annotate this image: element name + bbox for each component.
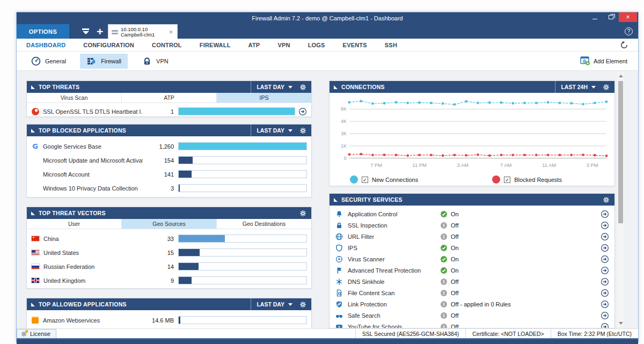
collapse-icon[interactable] — [334, 85, 338, 89]
status-on-icon — [440, 267, 448, 274]
tab-virus-scan[interactable]: Virus Scan — [27, 93, 122, 103]
table-row: United States 15 — [31, 247, 307, 258]
close-button[interactable]: × — [619, 12, 637, 22]
drilldown-arrow-icon[interactable] — [601, 232, 609, 241]
range-dropdown[interactable]: LAST 24H — [555, 81, 598, 93]
drilldown-arrow-icon[interactable] — [601, 277, 609, 286]
scroll-down-icon[interactable] — [617, 320, 624, 327]
drilldown-arrow-icon[interactable] — [298, 107, 307, 116]
tab-ips[interactable]: IPS — [217, 93, 311, 103]
gear-icon[interactable] — [299, 83, 307, 91]
gear-icon[interactable] — [602, 83, 610, 91]
menu-logs[interactable]: LOGS — [308, 42, 325, 48]
tab-firewall[interactable]: Firewall — [80, 54, 128, 69]
gear-icon[interactable] — [299, 301, 307, 309]
connection-tab[interactable]: 10.100.0.10 Campbell-clm1 × — [108, 24, 178, 39]
menu-firewall[interactable]: FIREWALL — [200, 42, 231, 48]
add-element-icon — [580, 56, 590, 65]
app-window: Firewall Admin 7.2 - demo @ Campbell-clm… — [16, 12, 639, 342]
menu-vpn[interactable]: VPN — [277, 42, 290, 48]
table-row: Microsoft Windows Store 2 — [31, 196, 307, 197]
scroll-up-icon[interactable] — [617, 72, 624, 79]
table-row: China 33 — [31, 233, 307, 244]
range-dropdown[interactable]: LAST DAY — [251, 125, 295, 136]
panel-title: TOP THREAT VECTORS — [39, 210, 295, 216]
collapse-icon[interactable] — [334, 198, 338, 202]
svg-text:3 PM: 3 PM — [587, 162, 598, 168]
menu-dashboard[interactable]: DASHBOARD — [26, 42, 65, 48]
tab-user[interactable]: User — [27, 219, 122, 229]
drilldown-arrow-icon[interactable] — [601, 289, 609, 297]
chevron-down-icon — [591, 86, 596, 89]
box-time-status: Box Time: 2:32 PM (Etc/UTC) — [551, 329, 638, 338]
status-badge: Off - applied in 0 Rules — [451, 301, 511, 308]
minimize-button[interactable] — [587, 12, 603, 22]
gear-icon[interactable] — [299, 209, 307, 217]
menu-control[interactable]: CONTROL — [152, 42, 182, 48]
threat-icon — [32, 108, 39, 115]
tab-vpn[interactable]: VPN — [135, 54, 175, 69]
help-button[interactable]: ? — [625, 27, 633, 35]
list-item: YouTube for Schools Off — [330, 321, 614, 328]
svg-text:7 PM: 7 PM — [370, 162, 382, 168]
collapse-icon[interactable] — [31, 85, 35, 89]
svg-text:11 AM: 11 AM — [542, 162, 556, 168]
range-dropdown[interactable]: LAST DAY — [251, 298, 295, 310]
menu-configuration[interactable]: CONFIGURATION — [83, 42, 134, 48]
tab-geo-destinations[interactable]: Geo Destinations — [217, 219, 311, 229]
bar-track — [178, 170, 307, 178]
refresh-icon[interactable] — [620, 41, 628, 49]
ssl-status: SSL Secured (AES256-GCM-SHA384) — [355, 329, 466, 338]
panel-title: TOP THREATS — [39, 84, 251, 90]
status-badge: On — [451, 211, 459, 217]
license-button[interactable]: License — [17, 329, 56, 338]
scrollbar-thumb[interactable] — [618, 81, 623, 223]
status-badge: Off — [451, 312, 458, 319]
vector-tabs: User Geo Sources Geo Destinations — [27, 219, 311, 229]
menu-events[interactable]: EVENTS — [343, 42, 367, 48]
range-dropdown[interactable]: LAST DAY — [251, 81, 295, 93]
new-tab-button[interactable]: + — [97, 26, 103, 37]
table-row: United Kingdom 9 — [31, 275, 307, 286]
tab-atp[interactable]: ATP — [122, 93, 217, 103]
status-badge: Off — [451, 324, 458, 329]
collapse-icon[interactable] — [31, 211, 35, 215]
svg-text:3K: 3K — [341, 131, 347, 136]
drilldown-arrow-icon[interactable] — [601, 210, 609, 218]
status-off-icon — [440, 278, 448, 286]
vertical-scrollbar[interactable] — [617, 72, 624, 327]
close-tab-icon[interactable]: × — [168, 28, 174, 36]
microsoft-icon — [31, 170, 39, 178]
svg-text:7 AM: 7 AM — [500, 162, 512, 168]
options-button[interactable]: OPTIONS — [17, 24, 69, 39]
bar-track — [178, 316, 307, 324]
svg-text:11 PM: 11 PM — [412, 162, 427, 168]
drilldown-arrow-icon[interactable] — [601, 323, 609, 329]
drilldown-arrow-icon[interactable] — [601, 300, 609, 309]
tab-general[interactable]: General — [24, 54, 72, 69]
license-gear-icon — [20, 331, 27, 338]
add-element-button[interactable]: Add Element — [577, 55, 631, 67]
amazon-icon — [32, 317, 39, 324]
gear-icon[interactable] — [299, 127, 307, 135]
collapse-icon[interactable] — [31, 303, 35, 306]
united-kingdom-flag-icon — [31, 277, 40, 283]
china-flag-icon — [31, 236, 40, 241]
blocked-requests-checkbox[interactable]: ✓ — [504, 177, 510, 183]
gear-icon[interactable] — [602, 196, 610, 204]
list-item: File Content Scan Off — [330, 287, 614, 298]
table-row: Russian Federation 14 — [31, 261, 307, 272]
maximize-button[interactable] — [603, 12, 619, 22]
new-connections-checkbox[interactable]: ✓ — [362, 177, 368, 183]
tab-geo-sources[interactable]: Geo Sources — [122, 219, 217, 229]
drilldown-arrow-icon[interactable] — [601, 266, 609, 275]
drilldown-arrow-icon[interactable] — [601, 221, 609, 230]
filter-tabs-icon[interactable] — [82, 28, 89, 34]
menu-atp[interactable]: ATP — [248, 42, 260, 48]
dashboard-content: TOP THREATS LAST DAY Virus Scan ATP IPS … — [17, 71, 638, 328]
collapse-icon[interactable] — [31, 129, 35, 133]
drilldown-arrow-icon[interactable] — [601, 244, 609, 252]
drilldown-arrow-icon[interactable] — [601, 311, 609, 320]
menu-ssh[interactable]: SSH — [385, 42, 397, 48]
drilldown-arrow-icon[interactable] — [601, 255, 609, 264]
